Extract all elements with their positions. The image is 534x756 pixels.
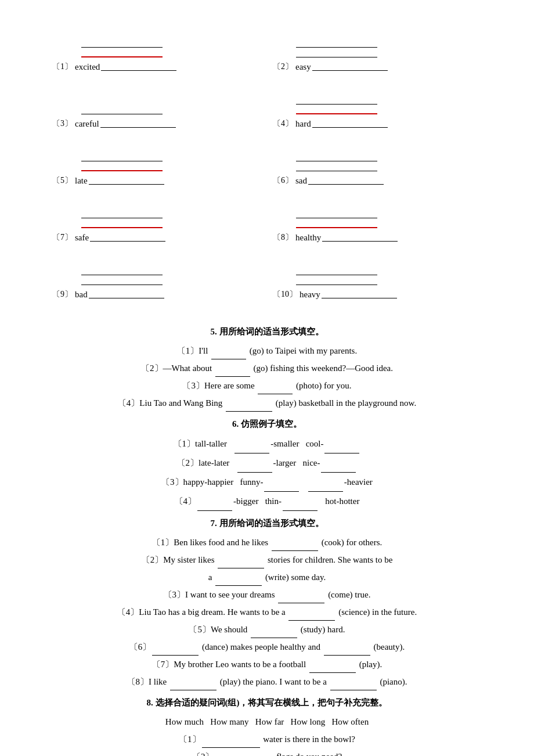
pair-4-word: hard xyxy=(295,119,311,129)
s6-line1: 〔1〕tall-taller -smaller cool- xyxy=(46,434,488,453)
s5-1-num: 〔1〕I'll (go) to Taipei with my parents. xyxy=(177,346,357,355)
pair-1-word: excited xyxy=(75,62,100,72)
word-pair-1: 〔1〕 excited xyxy=(46,35,267,92)
s5-item4: 〔4〕Liu Tao and Wang Bing (play) basketba… xyxy=(46,394,488,412)
word-pair-6: 〔6〕 sad xyxy=(267,149,488,206)
s7-item6: 〔6〕 (dance) makes people healthy and (be… xyxy=(46,638,488,656)
pair-10-word: heavy xyxy=(300,290,320,300)
word-pair-7: 〔7〕 safe xyxy=(46,206,267,262)
pair-9-num: 〔9〕 xyxy=(52,289,73,300)
word-pair-9: 〔9〕 bad xyxy=(46,262,267,319)
s5-item1: 〔1〕I'll (go) to Taipei with my parents. xyxy=(46,342,488,359)
s6-line4: 〔4〕-bigger thin- hot-hotter xyxy=(46,492,488,511)
pair-9-word: bad xyxy=(75,290,88,300)
s7-item7: 〔7〕My brother Leo wants to be a football… xyxy=(46,656,488,673)
pair-5-num: 〔5〕 xyxy=(52,175,73,186)
s6-line2: 〔2〕late-later -larger nice- xyxy=(46,453,488,473)
s7-item1: 〔1〕Ben likes food and he likes (cook) fo… xyxy=(46,534,488,551)
section8-title: 8. 选择合适的疑问词(组)，将其写在横线上，把句子补充完整。 xyxy=(46,697,488,708)
s7-item5: 〔5〕We should (study) hard. xyxy=(46,621,488,638)
s7-item2b: a (write) some day. xyxy=(46,568,488,586)
pair-4-num: 〔4〕 xyxy=(273,118,293,129)
section7-block: 〔1〕Ben likes food and he likes (cook) fo… xyxy=(46,534,488,690)
pair-2-num: 〔2〕 xyxy=(273,62,293,72)
pair-3-word: careful xyxy=(75,119,99,129)
section8-block: How much How many How far How long How o… xyxy=(46,713,488,756)
word-pair-2: 〔2〕 easy xyxy=(267,35,488,92)
section5-block: 〔1〕I'll (go) to Taipei with my parents. … xyxy=(46,342,488,412)
word-pair-10: 〔10〕 heavy xyxy=(267,262,488,319)
s8-item1: 〔1〕 water is there in the bowl? xyxy=(46,730,488,748)
pair-10-num: 〔10〕 xyxy=(273,289,297,300)
pair-1-num: 〔1〕 xyxy=(52,62,73,72)
pair-7-num: 〔7〕 xyxy=(52,232,73,243)
word-pair-5: 〔5〕 late xyxy=(46,149,267,206)
s8-wordbank: How much How many How far How long How o… xyxy=(46,713,488,730)
s5-item2: 〔2〕—What about (go) fishing this weekend… xyxy=(46,359,488,377)
pair-2-word: easy xyxy=(295,62,311,72)
section7-title: 7. 用所给词的适当形式填空。 xyxy=(46,518,488,529)
section6-title: 6. 仿照例子填空。 xyxy=(46,419,488,430)
s8-item2: 〔2〕 flags do you need? xyxy=(46,748,488,756)
s7-item3: 〔3〕I want to see your dreams (come) true… xyxy=(46,586,488,603)
pair-3-num: 〔3〕 xyxy=(52,118,73,129)
pair-7-word: safe xyxy=(75,233,89,243)
pair-8-word: healthy xyxy=(295,233,321,243)
pair-6-word: sad xyxy=(295,176,307,186)
section6-block: 〔1〕tall-taller -smaller cool- 〔2〕late-la… xyxy=(46,434,488,511)
pair-5-word: late xyxy=(75,176,88,186)
word-pair-3: 〔3〕 careful xyxy=(46,92,267,149)
page: 〔1〕 excited 〔2〕 easy xyxy=(46,35,488,756)
s7-item8: 〔8〕I like (play) the piano. I want to be… xyxy=(46,673,488,690)
s6-line3: 〔3〕happy-happier funny- -heavier xyxy=(46,473,488,492)
word-pair-4: 〔4〕 hard xyxy=(267,92,488,149)
s5-item3: 〔3〕Here are some (photo) for you. xyxy=(46,377,488,394)
pair-6-num: 〔6〕 xyxy=(273,175,293,186)
s7-item2: 〔2〕My sister likes stories for children.… xyxy=(46,551,488,568)
word-pairs-table: 〔1〕 excited 〔2〕 easy xyxy=(46,35,488,319)
word-pair-8: 〔8〕 healthy xyxy=(267,206,488,262)
s7-item4: 〔4〕Liu Tao has a big dream. He wants to … xyxy=(46,603,488,621)
pair-8-num: 〔8〕 xyxy=(273,232,293,243)
section5-title: 5. 用所给词的适当形式填空。 xyxy=(46,326,488,337)
